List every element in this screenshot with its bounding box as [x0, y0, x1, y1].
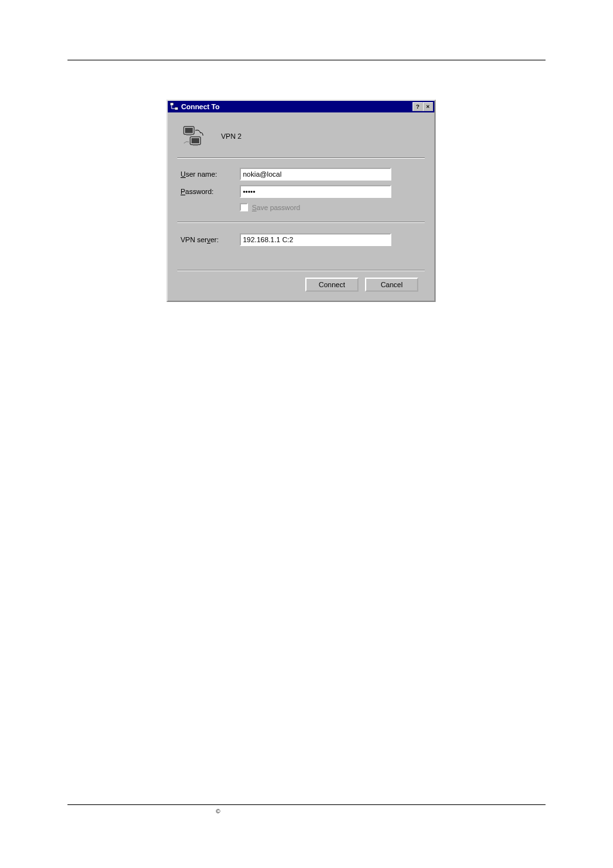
- svg-rect-1: [175, 107, 178, 110]
- modem-icon: [181, 124, 207, 148]
- username-label: User name:: [181, 170, 240, 178]
- button-row: Connect Cancel: [177, 278, 425, 294]
- titlebar-buttons: ? ×: [413, 102, 433, 111]
- help-button[interactable]: ?: [413, 102, 423, 111]
- vpn-server-input[interactable]: [240, 233, 391, 246]
- dialog-title: Connect To: [181, 103, 413, 111]
- dialog-body: VPN 2 User name: Password: Save password…: [168, 112, 434, 301]
- password-label: Password:: [181, 188, 240, 195]
- svg-rect-0: [170, 103, 173, 105]
- password-row: Password:: [181, 185, 425, 198]
- svg-rect-6: [186, 134, 191, 136]
- svg-rect-9: [193, 145, 198, 146]
- divider-3: [177, 270, 425, 271]
- close-button[interactable]: ×: [423, 102, 433, 111]
- vpn-name-label: VPN 2: [221, 132, 242, 140]
- header-section: VPN 2: [177, 120, 425, 158]
- connection-icon: [169, 102, 179, 112]
- server-section: VPN server:: [177, 223, 425, 270]
- credentials-section: User name: Password: Save password: [177, 159, 425, 222]
- cancel-button[interactable]: Cancel: [365, 278, 418, 292]
- save-password-label: Save password: [252, 204, 300, 211]
- vpn-server-row: VPN server:: [181, 233, 425, 246]
- svg-rect-5: [185, 128, 193, 133]
- vpn-server-label: VPN server:: [181, 236, 240, 244]
- page-bottom-rule: [67, 804, 546, 805]
- password-input[interactable]: [240, 185, 391, 198]
- page-top-rule: [67, 60, 546, 60]
- connect-to-dialog: Connect To ? × VPN 2: [166, 100, 436, 302]
- username-row: User name:: [181, 168, 425, 181]
- save-password-checkbox[interactable]: [240, 203, 248, 211]
- copyright-symbol: ©: [216, 808, 220, 815]
- save-password-row: Save password: [240, 203, 425, 211]
- svg-rect-8: [191, 138, 199, 143]
- titlebar: Connect To ? ×: [168, 101, 434, 112]
- username-input[interactable]: [240, 168, 391, 181]
- connect-button[interactable]: Connect: [305, 278, 359, 292]
